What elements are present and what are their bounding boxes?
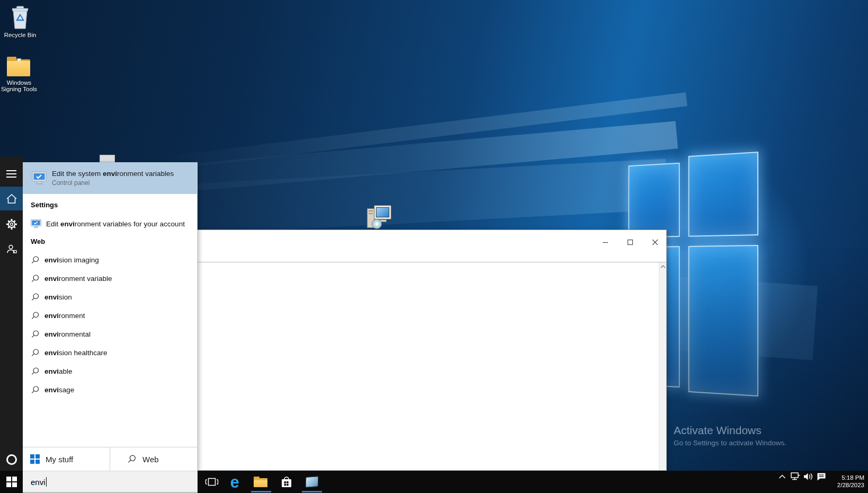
app-window <box>192 230 667 471</box>
system-properties-icon <box>30 219 42 229</box>
text-cursor <box>46 477 47 487</box>
app-monitor-icon <box>306 476 319 488</box>
search-query-text: envi <box>31 478 46 487</box>
web-label: Web <box>142 455 159 464</box>
setup-monitor <box>374 205 391 219</box>
background-window-fragment <box>100 155 115 162</box>
installer-setup-icon[interactable] <box>364 205 393 230</box>
sidebar-item-home[interactable] <box>0 187 23 210</box>
windows-logo-icon <box>30 454 40 464</box>
section-header-web: Web <box>31 237 45 245</box>
web-suggestion[interactable]: environment variable <box>23 269 197 287</box>
minimize-button[interactable] <box>593 233 618 251</box>
desktop-icon-windows-signing-tools[interactable]: Windows Signing Tools <box>0 52 39 92</box>
desktop: Recycle Bin Windows Signing Tools Activa… <box>0 0 868 493</box>
file-explorer-button[interactable] <box>252 474 269 490</box>
web-suggestion-label: environmental <box>44 330 91 338</box>
search-icon <box>31 348 40 357</box>
taskbar-clock[interactable]: 5:18 PM 2/28/2023 <box>824 473 864 491</box>
web-suggestion-label: environment <box>44 312 85 320</box>
settings-gear-icon <box>6 218 17 230</box>
sidebar-item-feedback[interactable] <box>0 239 23 260</box>
section-header-settings: Settings <box>31 201 58 209</box>
web-suggestion[interactable]: envision <box>23 288 197 306</box>
web-search-button[interactable]: Web <box>110 447 197 471</box>
home-icon <box>6 193 17 204</box>
cortana-button[interactable] <box>0 449 23 470</box>
system-properties-icon <box>31 171 47 185</box>
web-suggestion[interactable]: envision healthcare <box>23 344 197 362</box>
volume-icon <box>802 471 814 482</box>
web-suggestion-label: environment variable <box>44 275 112 283</box>
web-suggestion[interactable]: envisage <box>23 381 197 399</box>
web-suggestion[interactable]: environment <box>23 306 197 324</box>
window-toolbar-separator <box>193 262 666 262</box>
activate-windows-watermark-subtitle: Go to Settings to activate Windows. <box>674 439 786 447</box>
close-button[interactable] <box>643 233 667 251</box>
edge-browser-icon: e <box>230 474 239 490</box>
volume-button[interactable] <box>802 471 814 482</box>
web-suggestion[interactable]: envision imaging <box>23 251 197 269</box>
web-suggestion-label: envisage <box>44 386 74 394</box>
top-result-title: Edit the system environment variables <box>52 170 174 178</box>
windows-store-button[interactable] <box>278 474 295 490</box>
sidebar-item-settings[interactable] <box>0 214 23 235</box>
feedback-person-icon <box>6 243 17 255</box>
vertical-scrollbar[interactable] <box>659 262 666 470</box>
task-view-icon <box>205 477 219 487</box>
folder-icon <box>0 52 39 77</box>
clock-time: 5:18 PM <box>824 474 864 482</box>
network-status-button[interactable] <box>790 471 801 482</box>
taskbar: envi e <box>0 471 868 493</box>
top-result-subtitle: Control panel <box>52 179 174 187</box>
hamburger-menu-button[interactable] <box>0 163 23 184</box>
close-icon <box>652 239 658 245</box>
settings-result[interactable]: Edit environment variables for your acco… <box>23 215 197 233</box>
network-icon <box>790 471 801 482</box>
web-suggestion[interactable]: enviable <box>23 362 197 380</box>
activate-windows-watermark-title: Activate Windows <box>674 424 762 437</box>
file-explorer-icon <box>254 477 267 487</box>
taskbar-search-input[interactable]: envi <box>23 471 198 493</box>
start-button[interactable] <box>0 471 23 493</box>
cortana-circle-icon <box>6 454 17 465</box>
task-view-button[interactable] <box>203 474 220 490</box>
start-sidebar <box>0 156 23 471</box>
search-top-result[interactable]: Edit the system environment variables Co… <box>23 162 197 194</box>
web-suggestion[interactable]: environmental <box>23 325 197 343</box>
search-results-panel: Edit the system environment variables Co… <box>23 162 198 471</box>
recycle-bin-icon <box>0 4 40 30</box>
search-icon <box>31 330 40 339</box>
minimize-icon <box>602 239 609 245</box>
search-icon <box>31 256 40 265</box>
search-icon <box>127 454 137 464</box>
search-icon <box>31 274 40 283</box>
hidden-icons-button[interactable] <box>776 471 788 482</box>
windows-logo-icon <box>6 477 17 487</box>
hamburger-menu-icon <box>6 170 16 178</box>
open-app-button[interactable] <box>303 474 320 490</box>
open-app-indicator <box>251 491 271 492</box>
desktop-icon-label: Recycle Bin <box>0 32 40 38</box>
search-icon <box>31 385 40 394</box>
settings-result-label: Edit environment variables for your acco… <box>46 220 185 228</box>
web-suggestion-label: envision <box>44 293 72 301</box>
open-app-indicator <box>302 491 322 492</box>
search-icon <box>31 367 40 376</box>
maximize-button[interactable] <box>618 233 642 251</box>
chevron-up-icon <box>778 474 786 479</box>
clock-date: 2/28/2023 <box>824 482 864 489</box>
maximize-icon <box>627 239 633 245</box>
my-stuff-button[interactable]: My stuff <box>23 447 110 471</box>
web-suggestion-label: enviable <box>44 367 73 375</box>
desktop-icon-recycle-bin[interactable]: Recycle Bin <box>0 4 40 38</box>
web-suggestion-label: envision imaging <box>44 256 99 264</box>
desktop-icon-label: Windows Signing Tools <box>0 80 39 92</box>
edge-browser-button[interactable]: e <box>226 474 243 490</box>
web-suggestion-label: envision healthcare <box>44 349 108 357</box>
scroll-up-icon <box>660 265 666 269</box>
setup-cd <box>372 219 382 229</box>
windows-store-icon <box>280 475 293 489</box>
search-icon <box>31 311 40 320</box>
search-icon <box>31 293 40 302</box>
